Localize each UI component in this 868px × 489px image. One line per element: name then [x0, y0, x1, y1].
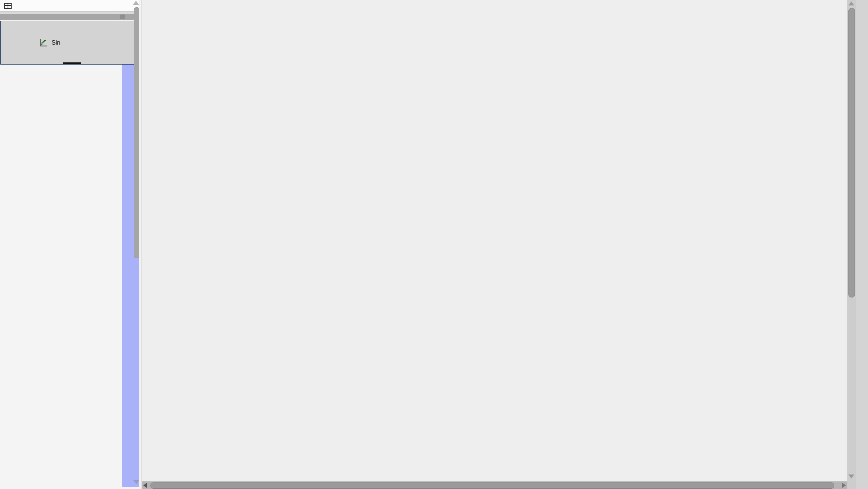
horizontal-scrollbar[interactable] — [142, 481, 847, 489]
splitter-handle[interactable] — [63, 62, 81, 64]
scroll-up-icon[interactable] — [848, 1, 854, 5]
hscroll-thumb[interactable] — [150, 482, 834, 489]
application-window: Sin — [0, 0, 868, 489]
sidebar: Sin — [0, 0, 139, 489]
sidebar-item-label: Sin — [51, 39, 61, 46]
right-toolbar — [856, 0, 868, 489]
scroll-right-icon[interactable] — [842, 483, 846, 488]
sidebar-hscrollbar[interactable] — [0, 14, 139, 20]
scroll-left-icon[interactable] — [143, 483, 147, 488]
scroll-down-icon[interactable] — [848, 474, 854, 478]
divider — [122, 21, 122, 64]
sidebar-hscroll-thumb[interactable] — [120, 15, 125, 19]
sidebar-header — [0, 0, 139, 12]
sidebar-scroll-up-icon[interactable] — [133, 1, 139, 5]
step-line-chart-icon — [39, 38, 48, 47]
sidebar-scroll-down-icon[interactable] — [133, 480, 139, 484]
sidebar-item-sin[interactable]: Sin — [0, 21, 139, 65]
sidebar-main-divider[interactable] — [139, 0, 141, 489]
vertical-scrollbar[interactable] — [847, 0, 856, 489]
grid-window-icon — [4, 2, 12, 11]
sidebar-vscroll-thumb[interactable] — [134, 7, 140, 258]
vscroll-thumb[interactable] — [848, 8, 855, 297]
